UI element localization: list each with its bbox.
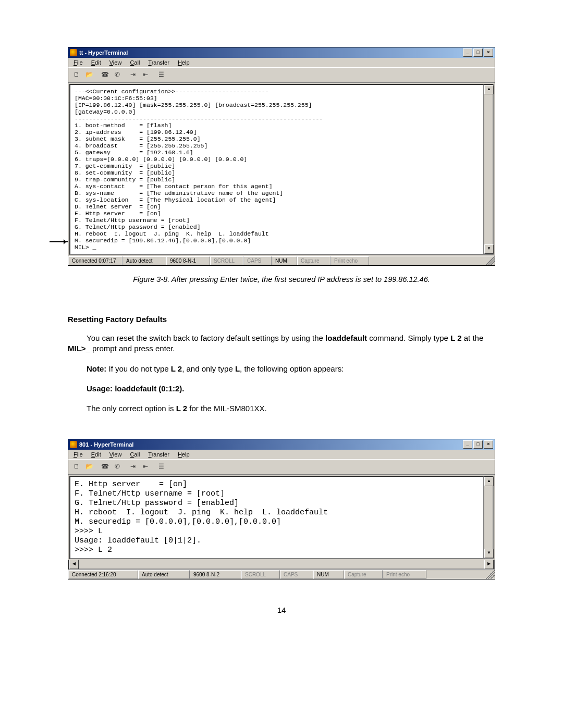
- vertical-scrollbar[interactable]: ▲ ▼: [484, 84, 494, 255]
- maximize-button[interactable]: □: [473, 440, 483, 449]
- status-printecho: Print echo: [383, 570, 426, 579]
- section-heading: Resetting Factory Defaults: [68, 315, 495, 324]
- scroll-up-icon[interactable]: ▲: [484, 85, 494, 94]
- disconnect-icon[interactable]: ✆: [111, 69, 124, 80]
- app-icon: [70, 441, 77, 448]
- window-title: tt - HyperTerminal: [79, 50, 128, 56]
- menu-edit[interactable]: Edit: [88, 451, 104, 458]
- status-scroll: SCROLL: [241, 570, 280, 579]
- status-scroll: SCROLL: [210, 256, 243, 265]
- status-num: NUM: [313, 570, 344, 579]
- status-caps: CAPS: [243, 256, 272, 265]
- menu-call[interactable]: Call: [127, 59, 143, 66]
- statusbar: Connected 2:16:20 Auto detect 9600 8-N-2…: [68, 570, 495, 579]
- terminal-output[interactable]: ---<<Current configuration>>------------…: [69, 84, 484, 255]
- menubar: File Edit View Call Transfer Help: [68, 450, 495, 459]
- paragraph-3: The only correct option is L 2 for the M…: [68, 403, 495, 414]
- menu-edit[interactable]: Edit: [88, 59, 104, 66]
- properties-icon[interactable]: ☰: [155, 461, 167, 472]
- close-button[interactable]: ×: [484, 440, 493, 449]
- window-title: 801 - HyperTerminal: [79, 441, 133, 448]
- page-number: 14: [68, 606, 495, 614]
- new-doc-icon[interactable]: 🗋: [70, 69, 83, 80]
- close-button[interactable]: ×: [484, 48, 493, 57]
- hyperterminal-window-2: 801 - HyperTerminal _ □ × File Edit View…: [68, 439, 495, 579]
- app-icon: [70, 49, 77, 56]
- open-icon[interactable]: 📂: [83, 461, 95, 472]
- status-connected: Connected 0:07:17: [68, 256, 123, 265]
- new-doc-icon[interactable]: 🗋: [70, 461, 83, 472]
- menu-transfer[interactable]: Transfer: [145, 451, 173, 458]
- status-printecho: Print echo: [331, 256, 369, 265]
- terminal-output[interactable]: E. Http server = [on] F. Telnet/Http use…: [69, 476, 484, 559]
- maximize-button[interactable]: □: [473, 48, 483, 57]
- hyperterminal-window-1: tt - HyperTerminal _ □ × File Edit View …: [68, 47, 495, 266]
- menu-view[interactable]: View: [106, 59, 125, 66]
- receive-icon[interactable]: ⇤: [139, 69, 152, 80]
- menubar: File Edit View Call Transfer Help: [68, 58, 495, 67]
- scroll-down-icon[interactable]: ▼: [484, 549, 494, 558]
- menu-transfer[interactable]: Transfer: [145, 59, 173, 66]
- connect-icon[interactable]: ☎: [99, 461, 111, 472]
- status-connected: Connected 2:16:20: [68, 570, 138, 579]
- status-baud: 9600 8-N-1: [166, 256, 210, 265]
- titlebar: tt - HyperTerminal _ □ ×: [68, 47, 495, 58]
- resize-grip-icon[interactable]: [480, 570, 495, 579]
- status-caps: CAPS: [280, 570, 313, 579]
- menu-file[interactable]: File: [70, 59, 86, 66]
- open-icon[interactable]: 📂: [83, 69, 95, 80]
- status-capture: Capture: [344, 570, 383, 579]
- menu-help[interactable]: Help: [175, 451, 193, 458]
- scroll-left-icon[interactable]: ◀: [69, 560, 79, 569]
- paragraph-2-note: Note: If you do not type L 2, and only t…: [68, 364, 495, 374]
- menu-help[interactable]: Help: [175, 59, 193, 66]
- menu-file[interactable]: File: [70, 451, 86, 458]
- status-autodetect: Auto detect: [123, 256, 166, 265]
- send-icon[interactable]: ⇥: [127, 461, 139, 472]
- status-baud: 9600 8-N-2: [190, 570, 241, 579]
- menu-view[interactable]: View: [106, 451, 125, 458]
- titlebar: 801 - HyperTerminal _ □ ×: [68, 439, 495, 450]
- menu-call[interactable]: Call: [127, 451, 143, 458]
- send-icon[interactable]: ⇥: [127, 69, 139, 80]
- status-num: NUM: [272, 256, 297, 265]
- connect-icon[interactable]: ☎: [99, 69, 111, 80]
- scroll-down-icon[interactable]: ▼: [484, 244, 494, 254]
- figure-caption: Figure 3-8. After pressing Enter twice, …: [68, 275, 495, 283]
- annotation-arrow-icon: [50, 241, 68, 242]
- minimize-button[interactable]: _: [463, 440, 472, 449]
- scroll-right-icon[interactable]: ▶: [484, 560, 494, 569]
- paragraph-1: You can reset the switch back to factory…: [68, 333, 495, 354]
- properties-icon[interactable]: ☰: [155, 69, 167, 80]
- toolbar: 🗋 📂 ☎ ✆ ⇥ ⇤ ☰: [68, 67, 495, 83]
- resize-grip-icon[interactable]: [480, 256, 495, 265]
- status-autodetect: Auto detect: [138, 570, 190, 579]
- usage-line: Usage: loaddefault (0:1:2).: [68, 384, 495, 394]
- vertical-scrollbar[interactable]: ▲ ▼: [484, 476, 494, 559]
- scroll-up-icon[interactable]: ▲: [484, 477, 494, 486]
- statusbar: Connected 0:07:17 Auto detect 9600 8-N-1…: [68, 256, 495, 265]
- receive-icon[interactable]: ⇤: [139, 461, 152, 472]
- toolbar: 🗋 📂 ☎ ✆ ⇥ ⇤ ☰: [68, 459, 495, 475]
- horizontal-scrollbar[interactable]: ◀ ▶: [68, 560, 495, 570]
- disconnect-icon[interactable]: ✆: [111, 461, 124, 472]
- minimize-button[interactable]: _: [463, 48, 472, 57]
- status-capture: Capture: [297, 256, 331, 265]
